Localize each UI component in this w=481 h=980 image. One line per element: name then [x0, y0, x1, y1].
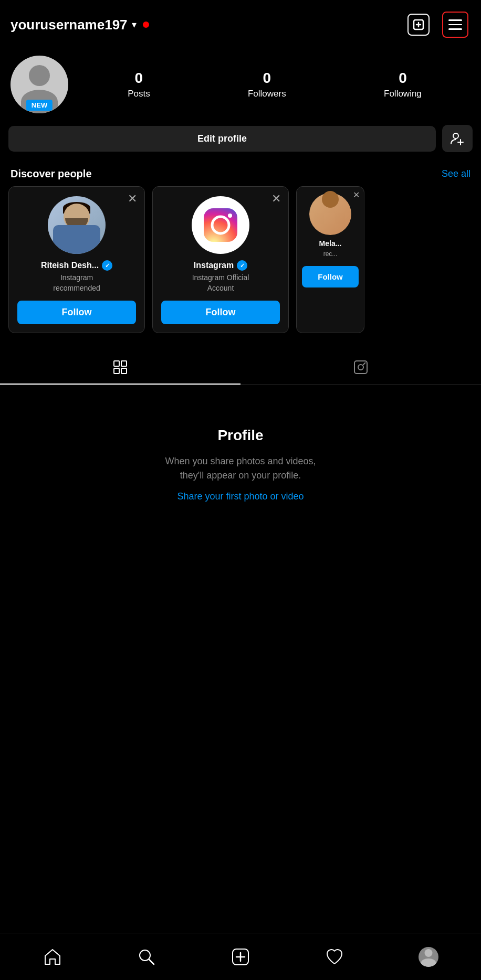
- bottom-nav: [0, 933, 481, 980]
- tab-grid[interactable]: [0, 350, 240, 385]
- nav-profile-button[interactable]: [410, 941, 447, 973]
- svg-point-3: [453, 133, 458, 139]
- discover-header: Discover people See all: [0, 158, 481, 186]
- username-text: yourusername197: [11, 17, 128, 33]
- close-card-riteish-button[interactable]: ✕: [128, 193, 137, 205]
- following-label: Following: [384, 89, 422, 99]
- nav-search-button[interactable]: [128, 941, 165, 973]
- partial-sub: rec...: [323, 250, 338, 259]
- verified-check-icon2: ✓: [240, 262, 245, 269]
- person-card-instagram: ✕ Instagram: [152, 186, 289, 333]
- partial-name: Mela...: [319, 239, 342, 248]
- instagram-name: Instagram: [194, 261, 234, 270]
- svg-line-16: [363, 363, 365, 365]
- add-post-button[interactable]: [405, 12, 432, 38]
- riteish-suit: [53, 225, 100, 254]
- svg-rect-12: [114, 368, 119, 374]
- person-card-riteish: ✕ Riteish Desh... ✓ Instagramrecommended…: [8, 186, 145, 333]
- home-icon: [43, 947, 62, 966]
- person-card-partial: ✕ Mela... rec... Follow: [296, 186, 364, 333]
- partial-avatar: [309, 193, 351, 235]
- add-person-button[interactable]: [442, 125, 473, 152]
- verified-badge-riteish: ✓: [102, 260, 112, 271]
- share-first-photo-link[interactable]: Share your first photo or video: [177, 491, 304, 502]
- posts-stat[interactable]: 0 Posts: [128, 70, 150, 99]
- grid-icon: [112, 359, 128, 375]
- nav-profile-avatar: [419, 947, 438, 967]
- profile-section: NEW 0 Posts 0 Followers 0 Following: [0, 45, 481, 119]
- verified-badge-instagram: ✓: [237, 260, 247, 271]
- stats-row: 0 Posts 0 Followers 0 Following: [79, 70, 470, 99]
- followers-count: 0: [263, 70, 271, 87]
- see-all-button[interactable]: See all: [442, 168, 470, 179]
- discover-scroll: ✕ Riteish Desh... ✓ Instagramrecommended…: [0, 186, 481, 342]
- chevron-down-icon[interactable]: ▾: [132, 19, 137, 30]
- hamburger-icon: [442, 12, 468, 38]
- tagged-icon: [353, 359, 369, 375]
- tabs-row: [0, 350, 481, 385]
- search-icon: [137, 947, 156, 966]
- following-count: 0: [399, 70, 407, 87]
- following-stat[interactable]: 0 Following: [384, 70, 422, 99]
- header-left: yourusername197 ▾: [11, 17, 149, 33]
- menu-button[interactable]: [440, 9, 470, 40]
- riteish-name-row: Riteish Desh... ✓: [41, 260, 112, 271]
- instagram-logo-icon: [200, 204, 242, 246]
- notification-dot: [143, 22, 149, 28]
- new-badge: NEW: [26, 100, 53, 111]
- instagram-name-row: Instagram ✓: [194, 260, 247, 271]
- edit-profile-button[interactable]: Edit profile: [8, 126, 436, 152]
- posts-label: Posts: [128, 89, 150, 99]
- discover-title: Discover people: [11, 168, 92, 180]
- svg-rect-13: [121, 368, 127, 374]
- follow-instagram-button[interactable]: Follow: [161, 301, 280, 324]
- svg-rect-11: [121, 361, 127, 366]
- posts-count: 0: [135, 70, 143, 87]
- followers-stat[interactable]: 0 Followers: [248, 70, 286, 99]
- close-card-partial-button[interactable]: ✕: [353, 191, 360, 199]
- riteish-avatar: [48, 196, 106, 254]
- profile-empty: Profile When you share photos and videos…: [0, 385, 481, 523]
- verified-check-icon: ✓: [105, 262, 110, 269]
- edit-row: Edit profile: [0, 119, 481, 158]
- profile-empty-title: Profile: [217, 427, 263, 444]
- profile-empty-subtitle: When you share photos and videos,they'll…: [165, 454, 316, 483]
- avatar-head: [29, 65, 50, 86]
- instagram-sub: Instagram OfficialAccount: [192, 273, 249, 293]
- riteish-name: Riteish Desh...: [41, 261, 99, 270]
- add-person-icon: [450, 131, 465, 146]
- header-right: [405, 9, 470, 40]
- avatar-container: NEW: [11, 56, 68, 113]
- nav-heart-button[interactable]: [316, 941, 353, 973]
- instagram-avatar: [192, 196, 249, 254]
- svg-point-17: [140, 950, 150, 961]
- svg-line-18: [149, 960, 154, 964]
- svg-point-15: [358, 365, 363, 370]
- close-card-instagram-button[interactable]: ✕: [271, 193, 281, 205]
- follow-partial-button[interactable]: Follow: [302, 266, 359, 287]
- add-square-icon: [407, 14, 430, 36]
- follow-riteish-button[interactable]: Follow: [17, 301, 136, 324]
- add-nav-icon: [231, 947, 250, 966]
- heart-icon: [325, 947, 344, 966]
- svg-rect-6: [204, 208, 237, 242]
- header: yourusername197 ▾: [0, 0, 481, 45]
- nav-add-button[interactable]: [222, 941, 259, 973]
- nav-home-button[interactable]: [34, 941, 71, 973]
- svg-point-9: [228, 214, 232, 218]
- svg-rect-10: [114, 361, 119, 366]
- riteish-sub: Instagramrecommended: [53, 273, 100, 293]
- followers-label: Followers: [248, 89, 286, 99]
- tab-tagged[interactable]: [240, 350, 481, 385]
- partial-name-row: Mela...: [319, 239, 342, 248]
